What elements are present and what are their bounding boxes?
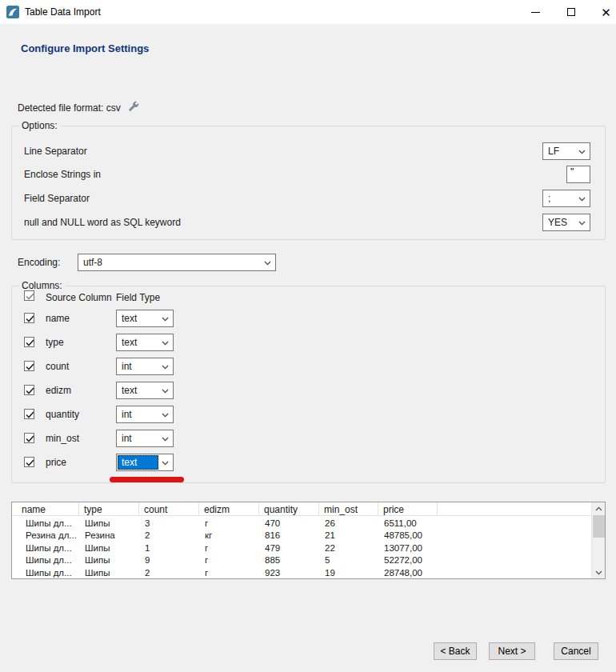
maximize-icon [567, 8, 575, 16]
close-icon: ✕ [601, 6, 611, 18]
field-separator-select[interactable]: ; [542, 190, 590, 207]
chevron-up-icon [595, 506, 602, 511]
preview-table-cell: 22 [319, 542, 378, 554]
field-type-select[interactable]: text [116, 334, 174, 351]
source-column-header: Source Column [46, 292, 112, 303]
preview-column-header: count [139, 502, 199, 516]
preview-table-cell: 26 [319, 517, 378, 529]
preview-table-cell: Резина [79, 530, 139, 542]
preview-table-cell: 470 [259, 517, 319, 529]
maximize-button[interactable] [553, 0, 589, 24]
preview-column-header: price [378, 502, 438, 516]
detected-file-format-label: Detected file format: csv [18, 102, 121, 114]
columns-group: Columns: [11, 286, 606, 483]
preview-table-row[interactable]: Шипы дл...Шипы9г885552272,00 [12, 554, 591, 566]
field-separator-value: ; [544, 191, 575, 206]
preview-table-cell: Шипы дл... [12, 517, 79, 529]
line-separator-label: Line Separator [24, 142, 87, 160]
preview-column-header: quantity [259, 502, 319, 516]
annotation-red-underline [110, 477, 184, 482]
page-title: Configure Import Settings [21, 42, 149, 54]
scroll-up-button[interactable] [592, 502, 606, 514]
preview-table-cell: Шипы [79, 566, 139, 578]
preview-table-cell: 21 [319, 530, 378, 542]
scrollbar-thumb[interactable] [593, 515, 605, 538]
preview-table-row[interactable]: Шипы дл...Шипы2г9231928748,00 [12, 566, 591, 578]
preview-table-cell: Шипы дл... [12, 554, 79, 566]
null-keyword-value: YES [544, 215, 575, 230]
field-type-value: int [118, 359, 158, 374]
chevron-down-icon [162, 437, 169, 442]
preview-table-cell: 28748,00 [378, 566, 438, 578]
preview-table-cell: 48785,00 [378, 530, 438, 542]
chevron-down-icon [162, 461, 169, 466]
preview-column-header: min_ost [319, 502, 378, 516]
vertical-scrollbar[interactable] [591, 502, 605, 578]
column-checkbox[interactable] [24, 361, 34, 371]
column-checkbox[interactable] [24, 337, 34, 347]
title-bar: Table Data Import ✕ [0, 0, 616, 24]
field-type-value: text [118, 455, 158, 470]
preview-table-cell: 2 [139, 566, 199, 578]
encoding-select[interactable]: utf-8 [78, 254, 276, 271]
table-data-import-dialog: Table Data Import ✕ Configure Import Set… [0, 0, 616, 672]
preview-table-cell: г [199, 542, 259, 554]
field-type-select[interactable]: int [116, 358, 174, 375]
field-type-value: int [118, 407, 158, 422]
encoding-label: Encoding: [18, 254, 60, 271]
options-group-label: Options: [18, 120, 61, 131]
encoding-value: utf-8 [79, 255, 261, 270]
cancel-button[interactable]: Cancel [554, 642, 598, 660]
preview-table-cell: 9 [139, 554, 199, 566]
column-checkbox[interactable] [24, 457, 34, 467]
back-button[interactable]: < Back [434, 642, 477, 660]
null-keyword-select[interactable]: YES [542, 214, 590, 231]
next-button[interactable]: Next > [489, 642, 535, 660]
enclose-strings-input[interactable] [566, 166, 590, 183]
columns-group-label: Columns: [18, 280, 66, 291]
field-type-header: Field Type [116, 292, 160, 303]
column-checkbox[interactable] [24, 385, 34, 395]
chevron-down-icon [595, 570, 602, 575]
field-type-value: int [118, 431, 158, 446]
scroll-down-button[interactable] [592, 566, 606, 578]
preview-table-cell: 6511,00 [378, 517, 438, 529]
preview-table-cell: 19 [319, 566, 378, 578]
preview-column-header: edizm [199, 502, 259, 516]
field-type-select[interactable]: int [116, 430, 174, 447]
minimize-button[interactable] [518, 0, 554, 24]
chevron-down-icon [264, 261, 271, 266]
field-type-select[interactable]: text [116, 382, 174, 399]
column-checkbox[interactable] [24, 313, 34, 323]
enclose-strings-label: Enclose Strings in [24, 166, 101, 183]
preview-table-row[interactable]: Шипы дл...Шипы1г4792213077,00 [12, 542, 591, 554]
preview-table-cell: 479 [259, 542, 319, 554]
field-type-select[interactable]: int [116, 406, 174, 423]
preview-table-header: nametypecountedizmquantitymin_ostprice [12, 502, 591, 516]
source-column-name: quantity [46, 409, 79, 420]
chevron-down-icon [578, 197, 586, 202]
preview-table-row[interactable]: Резина дл...Резина2кг8162148785,00 [12, 530, 591, 542]
line-separator-select[interactable]: LF [542, 142, 590, 160]
column-checkbox[interactable] [24, 409, 34, 419]
line-separator-value: LF [544, 144, 575, 158]
preview-table-cell: Резина дл... [12, 530, 79, 542]
preview-table-cell: 52272,00 [378, 554, 438, 566]
chevron-down-icon [162, 413, 169, 418]
field-type-select[interactable]: text [116, 310, 174, 327]
field-type-value: text [118, 311, 158, 326]
wrench-icon [126, 100, 140, 114]
minimize-icon [531, 12, 540, 13]
preview-table-cell: 13077,00 [378, 542, 438, 554]
preview-table-cell: 885 [259, 554, 319, 566]
preview-column-header: name [12, 502, 79, 516]
window-title: Table Data Import [25, 6, 101, 18]
chevron-down-icon [162, 317, 169, 322]
field-type-value: text [118, 335, 158, 350]
source-column-name: edizm [46, 385, 71, 396]
field-type-select[interactable]: text [116, 454, 174, 471]
column-checkbox[interactable] [24, 433, 34, 443]
preview-table-row[interactable]: Шипы дл...Шипы3г470266511,00 [12, 517, 591, 529]
close-button[interactable]: ✕ [588, 0, 616, 24]
select-all-columns-checkbox[interactable] [24, 290, 34, 301]
